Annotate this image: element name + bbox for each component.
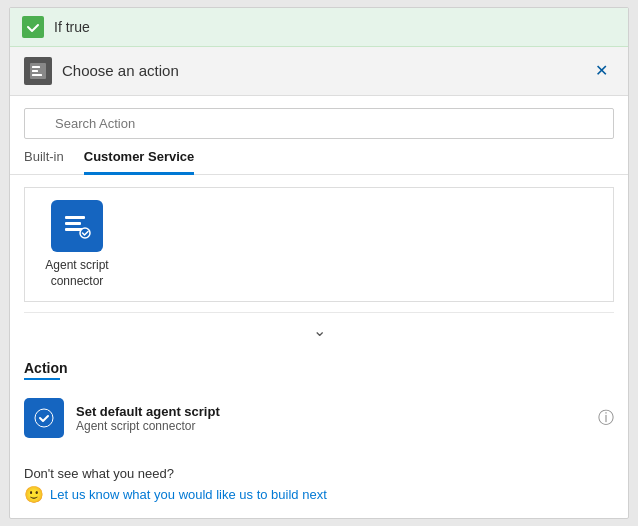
footer-section: Don't see what you need? 🙂 Let us know w… (10, 458, 628, 518)
svg-rect-1 (32, 66, 40, 68)
action-text: Set default agent script Agent script co… (76, 404, 586, 433)
tab-built-in[interactable]: Built-in (24, 149, 64, 175)
action-row[interactable]: Set default agent script Agent script co… (24, 390, 614, 446)
connector-icon (51, 200, 103, 252)
search-input[interactable] (24, 108, 614, 139)
svg-rect-2 (32, 70, 38, 72)
dialog-header-left: Choose an action (24, 57, 179, 85)
feedback-link[interactable]: Let us know what you would like us to bu… (50, 487, 327, 502)
close-button[interactable]: ✕ (589, 59, 614, 82)
svg-rect-4 (65, 216, 85, 219)
action-sub: Agent script connector (76, 419, 586, 433)
tabs-row: Built-in Customer Service (10, 139, 628, 175)
tab-customer-service[interactable]: Customer Service (84, 149, 195, 175)
info-icon[interactable]: ⓘ (598, 408, 614, 429)
action-underline (24, 378, 60, 380)
dialog-title: Choose an action (62, 62, 179, 79)
chevron-down-icon: ⌄ (313, 321, 326, 340)
if-true-bar: If true (10, 8, 628, 47)
action-icon (24, 398, 64, 438)
connector-label: Agent script connector (37, 258, 117, 289)
svg-point-7 (80, 228, 90, 238)
svg-rect-5 (65, 222, 81, 225)
feedback-row: 🙂 Let us know what you would like us to … (24, 485, 614, 504)
connector-item[interactable]: Agent script connector (37, 200, 117, 289)
action-name: Set default agent script (76, 404, 586, 419)
connector-area: Agent script connector (24, 187, 614, 302)
if-true-label: If true (54, 19, 90, 35)
svg-point-8 (35, 409, 53, 427)
search-area: 🔍 (10, 96, 628, 139)
action-heading: Action (24, 360, 614, 376)
dialog-header: Choose an action ✕ (10, 47, 628, 96)
smiley-icon: 🙂 (24, 485, 44, 504)
action-section: Action Set default agent script Agent sc… (10, 348, 628, 458)
action-dialog-icon (24, 57, 52, 85)
dont-see-text: Don't see what you need? (24, 466, 614, 481)
main-container: If true Choose an action ✕ 🔍 Built-in Cu… (9, 7, 629, 519)
search-wrapper: 🔍 (24, 108, 614, 139)
chevron-row[interactable]: ⌄ (24, 312, 614, 348)
checkmark-icon (22, 16, 44, 38)
svg-rect-3 (32, 74, 42, 76)
